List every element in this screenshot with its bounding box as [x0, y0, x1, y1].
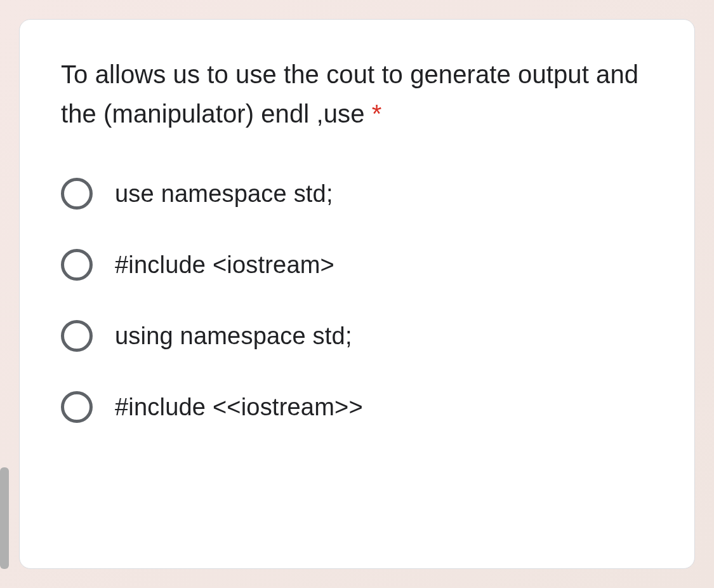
radio-option-4[interactable]: #include <<iostream>> [61, 391, 653, 423]
radio-option-3[interactable]: using namespace std; [61, 320, 653, 352]
required-asterisk: * [372, 100, 382, 128]
option-label: #include <<iostream>> [115, 394, 363, 421]
radio-icon [61, 320, 93, 352]
radio-icon [61, 249, 93, 281]
question-text: To allows us to use the cout to generate… [61, 55, 653, 133]
option-label: #include <iostream> [115, 251, 334, 279]
radio-option-2[interactable]: #include <iostream> [61, 249, 653, 281]
radio-option-1[interactable]: use namespace std; [61, 178, 653, 210]
scroll-indicator [0, 467, 9, 569]
option-label: using namespace std; [115, 323, 352, 350]
radio-icon [61, 178, 93, 210]
options-group: use namespace std; #include <iostream> u… [61, 178, 653, 423]
option-label: use namespace std; [115, 180, 333, 208]
question-card: To allows us to use the cout to generate… [19, 19, 695, 569]
radio-icon [61, 391, 93, 423]
question-body: To allows us to use the cout to generate… [61, 60, 638, 128]
